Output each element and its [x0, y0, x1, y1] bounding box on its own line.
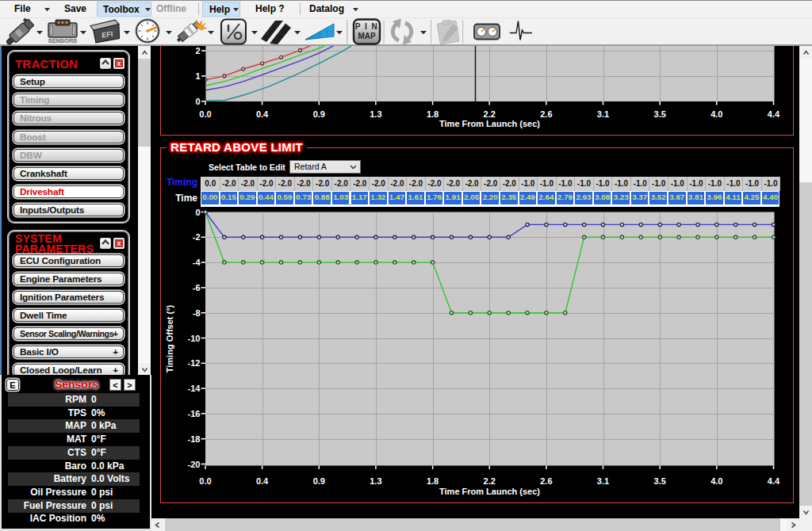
svg-text:1.8: 1.8 — [427, 476, 439, 486]
svg-text:-10: -10 — [188, 334, 201, 343]
svg-text:0.4: 0.4 — [256, 476, 269, 486]
svg-text:SENSORS: SENSORS — [48, 37, 78, 44]
svg-text:4.4: 4.4 — [768, 109, 780, 119]
svg-text:-18: -18 — [188, 434, 201, 444]
svg-text:0: 0 — [195, 97, 200, 106]
svg-text:0.0: 0.0 — [199, 476, 211, 486]
svg-text:3.5: 3.5 — [654, 109, 666, 119]
svg-text:-14: -14 — [188, 384, 201, 393]
svg-text:2.6: 2.6 — [540, 476, 552, 486]
svg-text:4.0: 4.0 — [710, 109, 722, 119]
svg-text:4.0: 4.0 — [710, 476, 722, 486]
svg-text:-16: -16 — [188, 409, 201, 418]
svg-text:2.2: 2.2 — [484, 476, 496, 486]
svg-text:-4: -4 — [193, 258, 201, 267]
svg-text:-2: -2 — [193, 232, 201, 242]
svg-text:1.3: 1.3 — [370, 109, 381, 119]
svg-text:1: 1 — [195, 71, 200, 81]
svg-text:0.4: 0.4 — [256, 109, 269, 119]
svg-text:3.1: 3.1 — [597, 476, 609, 486]
svg-text:4.4: 4.4 — [768, 476, 780, 486]
svg-text:-6: -6 — [193, 283, 201, 292]
svg-text:3.1: 3.1 — [597, 109, 609, 119]
svg-text:Time From Launch (sec): Time From Launch (sec) — [439, 119, 540, 128]
svg-text:-20: -20 — [188, 460, 201, 469]
svg-text:1.8: 1.8 — [427, 109, 439, 119]
svg-text:-12: -12 — [188, 358, 201, 368]
svg-text:3.5: 3.5 — [654, 476, 666, 486]
svg-text:Time From Launch (sec): Time From Launch (sec) — [439, 487, 540, 496]
svg-text:EFI: EFI — [102, 30, 113, 40]
svg-text:2: 2 — [195, 46, 200, 55]
svg-text:0: 0 — [195, 208, 200, 217]
svg-text:2.6: 2.6 — [540, 109, 552, 119]
svg-text:0.9: 0.9 — [313, 109, 325, 119]
svg-text:0.0: 0.0 — [199, 109, 211, 119]
svg-text:P I N: P I N — [355, 22, 379, 31]
svg-text:0.9: 0.9 — [313, 476, 325, 486]
svg-text:-8: -8 — [193, 308, 201, 318]
svg-text:1.3: 1.3 — [370, 476, 381, 486]
svg-text:2.2: 2.2 — [484, 109, 496, 119]
svg-text:MAP: MAP — [358, 32, 376, 40]
svg-text:Timing Offset (°): Timing Offset (°) — [165, 304, 174, 372]
